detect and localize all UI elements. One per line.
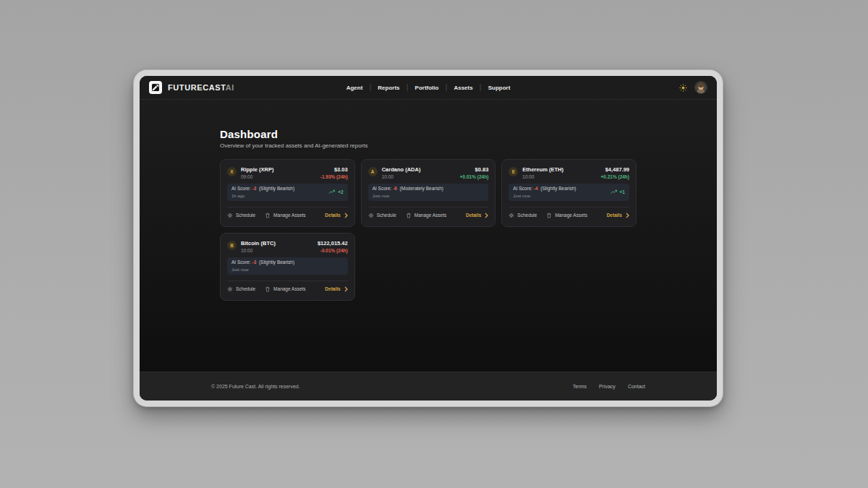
ai-score-label: AI Score: xyxy=(231,260,251,265)
ai-updated: Just now xyxy=(513,194,576,198)
trend-badge: +1 xyxy=(610,189,625,194)
page-subtitle: Overview of your tracked assets and AI-g… xyxy=(220,142,637,149)
sun-icon xyxy=(679,84,687,92)
nav-divider xyxy=(370,84,370,91)
asset-card-ethereum: E Ethereum (ETH) 10:00 $4,487.99 +0.21% … xyxy=(501,159,637,227)
ai-score-strip: AI Score: -4 (Slightly Bearish) Just now… xyxy=(509,184,629,201)
nav-item-portfolio[interactable]: Portfolio xyxy=(415,85,439,91)
asset-change: +0.21% (24h) xyxy=(600,174,629,179)
asset-name: Bitcoin (BTC) xyxy=(241,240,276,247)
nav-item-reports[interactable]: Reports xyxy=(378,85,399,91)
trending-up-icon xyxy=(328,189,336,194)
coin-symbol-badge: B xyxy=(227,241,237,250)
details-button[interactable]: Details xyxy=(325,286,347,292)
coin-symbol-badge: X xyxy=(227,167,237,176)
asset-time: 10:00 xyxy=(241,248,276,253)
page-footer: © 2025 Future Cast. All rights reserved.… xyxy=(140,372,717,401)
schedule-button[interactable]: Schedule xyxy=(227,286,255,292)
trend-badge: +2 xyxy=(328,189,343,194)
top-navbar: FUTURECASTAI Agent Reports Portfolio Ass… xyxy=(140,76,717,100)
ai-sentiment: (Slightly Bearish) xyxy=(259,260,294,265)
nav-item-assets[interactable]: Assets xyxy=(454,85,472,91)
gear-icon xyxy=(227,286,233,292)
ai-sentiment: (Moderately Bearish) xyxy=(400,186,443,191)
ai-score-value: -6 xyxy=(393,186,397,191)
gear-icon xyxy=(509,213,514,218)
ai-score-strip: AI Score: -3 (Slightly Bearish) 1h ago +… xyxy=(227,184,348,201)
chevron-right-icon xyxy=(344,286,348,292)
manage-assets-button[interactable]: Manage Assets xyxy=(265,286,305,292)
main-content: Dashboard Overview of your tracked asset… xyxy=(140,100,717,372)
ai-score-value: -3 xyxy=(252,186,257,191)
footer-link-contact[interactable]: Contact xyxy=(628,384,645,389)
asset-time: 10:00 xyxy=(382,174,421,179)
asset-price: $122,015.42 xyxy=(318,240,348,247)
trash-icon xyxy=(265,286,271,292)
asset-time: 10:00 xyxy=(522,174,563,179)
ai-updated: Just now xyxy=(231,267,294,272)
ai-score-label: AI Score: xyxy=(373,186,392,191)
chevron-right-icon xyxy=(485,213,488,218)
app-window: FUTURECASTAI Agent Reports Portfolio Ass… xyxy=(134,70,723,406)
ai-sentiment: (Slightly Bearish) xyxy=(259,186,294,191)
coin-symbol-badge: E xyxy=(509,167,518,176)
asset-card-bitcoin: B Bitcoin (BTC) 10:00 $122,015.42 -0.01%… xyxy=(220,233,355,301)
ai-score-label: AI Score: xyxy=(513,186,532,191)
nav-item-support[interactable]: Support xyxy=(488,85,511,91)
main-nav: Agent Reports Portfolio Assets Support xyxy=(346,76,511,99)
ai-updated: 1h ago xyxy=(231,194,294,198)
brand-name: FUTURECASTAI xyxy=(168,83,234,92)
trash-icon xyxy=(265,213,271,218)
gear-icon xyxy=(227,213,233,218)
footer-link-terms[interactable]: Terms xyxy=(573,384,587,389)
nav-divider xyxy=(407,84,408,91)
manage-assets-button[interactable]: Manage Assets xyxy=(546,213,587,218)
asset-price: $3.03 xyxy=(320,166,348,173)
details-button[interactable]: Details xyxy=(607,213,629,218)
ai-sentiment: (Slightly Bearish) xyxy=(540,186,576,191)
nav-item-agent[interactable]: Agent xyxy=(346,85,363,91)
asset-change: -0.01% (24h) xyxy=(318,248,348,253)
manage-assets-button[interactable]: Manage Assets xyxy=(406,213,446,218)
asset-price: $4,487.99 xyxy=(600,166,629,173)
ai-score-value: -4 xyxy=(534,186,538,191)
manage-assets-button[interactable]: Manage Assets xyxy=(265,213,305,218)
trending-up-icon xyxy=(610,189,618,194)
trash-icon xyxy=(406,213,412,218)
schedule-button[interactable]: Schedule xyxy=(509,213,537,218)
nav-divider xyxy=(480,84,481,91)
asset-change: +0.01% (24h) xyxy=(460,174,489,179)
brand-logo-icon xyxy=(149,81,162,94)
copyright-text: © 2025 Future Cast. All rights reserved. xyxy=(211,384,300,389)
asset-name: Ripple (XRP) xyxy=(241,166,273,173)
chevron-right-icon xyxy=(344,213,348,218)
ai-score-label: AI Score: xyxy=(231,186,251,191)
asset-card-ripple: X Ripple (XRP) 09:00 $3.03 -1.93% (24h) … xyxy=(220,159,355,227)
trash-icon xyxy=(546,213,552,218)
chevron-right-icon xyxy=(626,213,629,218)
asset-card-cardano: A Cardano (ADA) 10:00 $0.83 +0.01% (24h)… xyxy=(361,159,496,227)
footer-link-privacy[interactable]: Privacy xyxy=(599,384,616,389)
ai-updated: Just now xyxy=(373,194,443,198)
asset-price: $0.83 xyxy=(460,166,489,173)
asset-card-grid: X Ripple (XRP) 09:00 $3.03 -1.93% (24h) … xyxy=(220,159,637,301)
asset-time: 09:00 xyxy=(241,174,273,179)
gear-icon xyxy=(368,213,374,218)
theme-toggle-button[interactable] xyxy=(678,83,687,92)
ai-score-value: -3 xyxy=(252,260,257,265)
footer-links: Terms Privacy Contact xyxy=(573,384,645,389)
page-title: Dashboard xyxy=(220,128,637,140)
details-button[interactable]: Details xyxy=(466,213,488,218)
details-button[interactable]: Details xyxy=(325,213,347,218)
asset-name: Ethereum (ETH) xyxy=(522,166,563,173)
header-right xyxy=(678,81,707,94)
coin-symbol-badge: A xyxy=(368,167,378,176)
ai-score-strip: AI Score: -3 (Slightly Bearish) Just now xyxy=(227,257,348,275)
schedule-button[interactable]: Schedule xyxy=(368,213,396,218)
nav-divider xyxy=(446,84,446,91)
asset-name: Cardano (ADA) xyxy=(382,166,421,173)
user-avatar[interactable] xyxy=(694,81,707,94)
asset-change: -1.93% (24h) xyxy=(320,174,348,179)
ai-score-strip: AI Score: -6 (Moderately Bearish) Just n… xyxy=(368,184,489,201)
schedule-button[interactable]: Schedule xyxy=(227,213,255,218)
